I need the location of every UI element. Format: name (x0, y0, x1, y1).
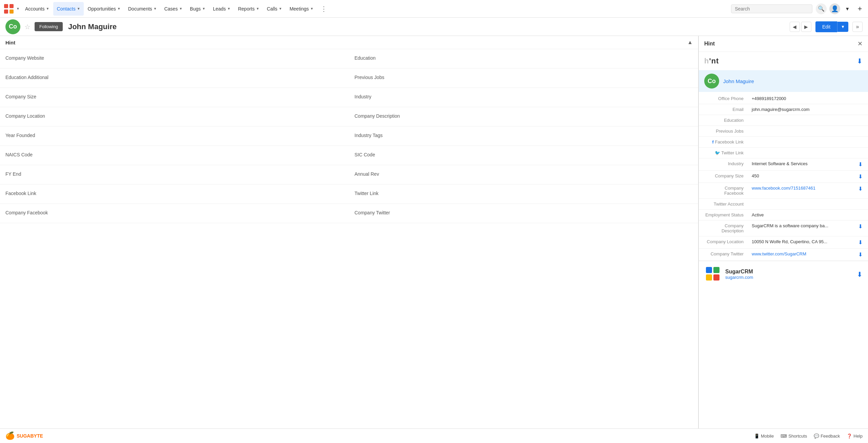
hint-link-value[interactable]: www.twitter.com/SugarCRM (752, 251, 806, 256)
form-field-left-6: FY End (0, 165, 349, 185)
hint-info-row-4: f Facebook Link (699, 137, 868, 148)
svg-rect-1 (9, 4, 14, 8)
form-label: Annual Rev (355, 171, 693, 177)
nav-item-cases[interactable]: Cases ▼ (161, 2, 186, 16)
nav-item-reports[interactable]: Reports ▼ (235, 2, 263, 16)
main-layout: Hint ▲ Company WebsiteEducationEducation… (0, 36, 868, 443)
documents-chevron-icon: ▼ (154, 7, 157, 11)
hint-row-download-icon[interactable]: ⬇ (858, 186, 863, 192)
nav-item-meetings[interactable]: Meetings ▼ (286, 2, 317, 16)
hint-form-grid: Company WebsiteEducationEducation Additi… (0, 49, 698, 223)
contact-avatar: Co (5, 19, 20, 34)
hint-info-row-1: Emailjohn.maguire@sugarcrm.com (699, 104, 868, 115)
company-logo (704, 265, 721, 283)
app-logo[interactable]: ▼ (3, 3, 20, 15)
close-panel-button[interactable]: ✕ (857, 40, 863, 47)
nav-item-accounts[interactable]: Accounts ▼ (22, 2, 53, 16)
hint-link-value[interactable]: www.facebook.com/7151687461 (752, 186, 815, 191)
nav-more-button[interactable]: ⋮ (318, 3, 330, 15)
top-navigation: ▼ Accounts ▼ Contacts ▼ Opportunities ▼ … (0, 0, 868, 18)
footer-link-label: Mobile (761, 434, 774, 439)
hint-value-cell: www.twitter.com/SugarCRM⬇ (746, 249, 868, 261)
form-field-left-7: Facebook Link (0, 185, 349, 204)
subheader-more-button[interactable]: » (852, 22, 863, 32)
prev-contact-button[interactable]: ◀ (790, 22, 800, 32)
accounts-chevron-icon: ▼ (46, 7, 50, 11)
company-url[interactable]: sugarcrm.com (725, 275, 753, 280)
logo-icon (3, 3, 15, 15)
edit-dropdown-button[interactable]: ▼ (837, 22, 848, 32)
form-field-right-1: Previous Jobs (349, 69, 698, 88)
hint-row-download-icon[interactable]: ⬇ (858, 251, 863, 258)
footer-link-help[interactable]: ❓Help (847, 434, 863, 439)
company-name: SugarCRM (725, 269, 753, 275)
user-menu-button[interactable]: ▼ (843, 2, 852, 16)
form-label: Industry Tags (355, 133, 693, 138)
form-label: Education (355, 55, 693, 61)
left-panel: Hint ▲ Company WebsiteEducationEducation… (0, 36, 698, 443)
form-field-right-8: Company Twitter (349, 204, 698, 223)
cases-chevron-icon: ▼ (179, 7, 182, 11)
favorite-star-button[interactable]: ☆ (24, 23, 31, 31)
hint-info-row-8: Company Facebookwww.facebook.com/7151687… (699, 183, 868, 199)
form-label: Company Location (5, 113, 344, 119)
hint-row-download-icon[interactable]: ⬇ (858, 239, 863, 246)
nav-item-bugs[interactable]: Bugs ▼ (186, 2, 209, 16)
footer-link-mobile[interactable]: 📱Mobile (754, 434, 774, 439)
right-panel: Hint ✕ h'nt ⬇ Co John Maguire Office Pho… (698, 36, 868, 443)
nav-item-leads[interactable]: Leads ▼ (210, 2, 234, 16)
form-label: Twitter Link (355, 191, 693, 196)
edit-button[interactable]: Edit (815, 21, 837, 32)
form-label: Company Size (5, 94, 344, 99)
hint-value-cell (746, 126, 868, 137)
search-input[interactable] (735, 6, 809, 12)
collapse-hint-button[interactable]: ▲ (687, 39, 693, 45)
form-label: FY End (5, 171, 344, 177)
hint-info-row-5: 🐦 Twitter Link (699, 148, 868, 158)
hint-row-download-icon[interactable]: ⬇ (858, 161, 863, 168)
next-contact-button[interactable]: ▶ (801, 22, 811, 32)
nav-icons-group: 🔍 👤 ▼ + (816, 2, 865, 16)
user-dropdown-icon: ▼ (845, 6, 850, 12)
footer-link-feedback[interactable]: 💬Feedback (814, 434, 840, 439)
nav-item-documents[interactable]: Documents ▼ (125, 2, 160, 16)
user-avatar-button[interactable]: 👤 (829, 3, 840, 14)
hint-label: Company Facebook (699, 183, 746, 199)
form-label: Company Twitter (355, 210, 693, 215)
form-label: Previous Jobs (355, 75, 693, 80)
nav-arrows-group: ◀ ▶ (790, 22, 811, 32)
company-card: SugarCRM sugarcrm.com ⬇ (699, 261, 868, 287)
hint-row-download-icon[interactable]: ⬇ (858, 173, 863, 180)
form-field-left-1: Education Additional (0, 69, 349, 88)
hint-info-row-2: Education (699, 115, 868, 126)
hint-text-value: 450 (752, 173, 759, 178)
footer-icon-help: ❓ (847, 434, 852, 439)
hint-row-download-icon[interactable]: ⬇ (858, 223, 863, 230)
hint-info-row-0: Office Phone+4989189172000 (699, 93, 868, 104)
add-button[interactable]: + (854, 3, 865, 14)
following-button[interactable]: Following (35, 22, 63, 31)
nav-item-opportunities[interactable]: Opportunities ▼ (84, 2, 124, 16)
hint-contact-name[interactable]: John Maguire (723, 78, 754, 84)
search-icon-button[interactable]: 🔍 (816, 3, 827, 14)
form-field-left-2: Company Size (0, 88, 349, 107)
logo-dropdown-icon[interactable]: ▼ (16, 7, 20, 11)
reports-chevron-icon: ▼ (256, 7, 259, 11)
hint-value-cell: Active (746, 210, 868, 220)
hint-label: Previous Jobs (699, 126, 746, 137)
svg-rect-6 (706, 274, 712, 281)
nav-item-contacts[interactable]: Contacts ▼ (53, 2, 83, 16)
svg-rect-2 (4, 9, 8, 14)
hint-value-cell: Internet Software & Services⬇ (746, 158, 868, 171)
hint-value-cell: 10050 N Wolfe Rd, Cupertino, CA 95...⬇ (746, 236, 868, 249)
hint-download-icon[interactable]: ⬇ (857, 57, 863, 65)
opportunities-chevron-icon: ▼ (117, 7, 121, 11)
form-label: NAICS Code (5, 152, 344, 157)
footer-link-shortcuts[interactable]: ⌨Shortcuts (781, 434, 807, 439)
company-download-icon[interactable]: ⬇ (857, 270, 863, 278)
hint-text-value: SugarCRM is a software company ba... (752, 223, 828, 228)
form-field-right-6: Annual Rev (349, 165, 698, 185)
hint-section-title: Hint (5, 40, 15, 45)
nav-item-calls[interactable]: Calls ▼ (263, 2, 285, 16)
svg-rect-7 (713, 274, 719, 281)
